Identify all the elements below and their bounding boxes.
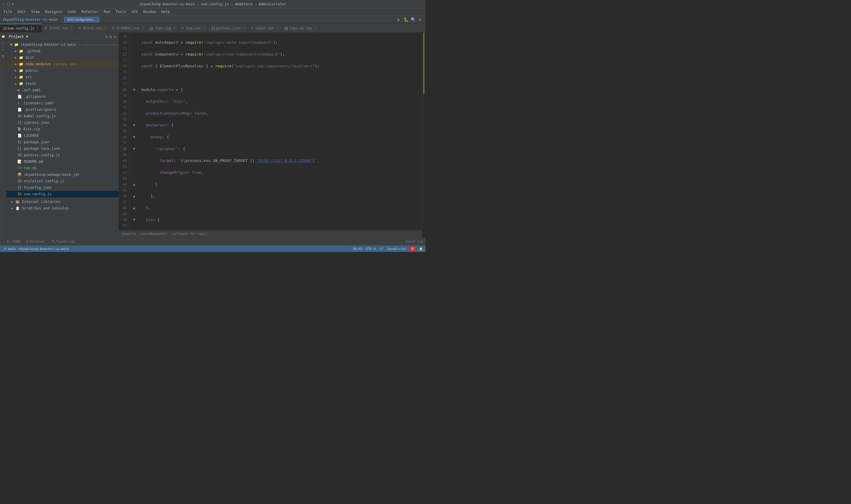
tree-src[interactable]: ▶ 📁 src xyxy=(6,74,119,80)
tab-layer-vue[interactable]: V Layer.vue ✕ xyxy=(248,24,282,33)
tree-external-libraries[interactable]: ▶ 📚 External Libraries xyxy=(6,199,119,205)
tree-stylelint[interactable]: JS stylelint.config.js xyxy=(6,178,119,184)
close-icon[interactable]: ✕ xyxy=(12,1,15,7)
settings-button[interactable]: ⚙ xyxy=(417,17,423,22)
menu-vcs[interactable]: VCS xyxy=(129,9,140,15)
tab-close-event[interactable]: ✕ xyxy=(70,26,72,30)
fold-27[interactable]: ▼ xyxy=(132,134,137,140)
run-button[interactable]: ▶ xyxy=(396,17,402,22)
menu-code[interactable]: Code xyxy=(65,9,78,15)
tree-cypress-json[interactable]: {} cypress.json xyxy=(6,119,119,126)
tree-postcss[interactable]: JS postcss.config.js xyxy=(6,152,119,158)
yaml-icon2: ⚙ xyxy=(17,101,19,105)
code-content[interactable]: const AutoImport = require("unplugin-aut… xyxy=(129,33,422,230)
tree-scratches-consoles[interactable]: ▶ 📋 Scratches and Consoles xyxy=(6,205,119,212)
fold-31[interactable]: ▲ xyxy=(132,181,137,187)
menu-file[interactable]: File xyxy=(1,9,15,15)
settings-icon[interactable]: ⚙ xyxy=(109,34,112,39)
add-configuration-button[interactable]: Add Configuration... xyxy=(64,17,99,22)
tab-close-logo-sw[interactable]: ✕ xyxy=(314,26,316,30)
tree-package-json[interactable]: {} package.json xyxy=(6,139,119,145)
code-line-24: outputDir: "dist", xyxy=(132,99,420,105)
tree-babel-config[interactable]: JS babel.config.js xyxy=(6,113,119,119)
menu-view[interactable]: View xyxy=(29,9,42,15)
json-file-icon: {} xyxy=(211,26,215,30)
tree-dist-zip[interactable]: 🗜 dist.zip xyxy=(6,126,119,132)
tab-alarm-vue[interactable]: V Alarm.vue ✕ xyxy=(76,24,109,33)
bc-chainwebpack[interactable]: chainWebpack() xyxy=(140,232,168,236)
typescript-tab[interactable]: TS TypeScript xyxy=(50,237,77,246)
tree-gitignore[interactable]: 📄 .gitignore xyxy=(6,93,119,100)
tree-webapp-jar[interactable]: 📦 skywalking-webapp-back.jar xyxy=(6,172,119,178)
debug-button[interactable]: 🐛 xyxy=(403,17,409,22)
menu-edit[interactable]: Edit xyxy=(15,9,29,15)
menu-navigate[interactable]: Navigate xyxy=(43,9,65,15)
tree-tsconfig[interactable]: {} tsconfig.json xyxy=(6,184,119,191)
code-area[interactable]: 19 20 21 22 23 24 25 26 27 28 29 30 31 3… xyxy=(119,33,422,230)
tab-logo-jpg[interactable]: 🖼 logo.jpg ✕ xyxy=(147,24,179,33)
todo-tab[interactable]: ✓ 6: TODO xyxy=(2,237,22,246)
menu-run[interactable]: Run xyxy=(101,9,113,15)
tree-dist[interactable]: ▶ 📁 dist xyxy=(6,54,119,61)
npm-icon[interactable]: N xyxy=(1,53,6,58)
chinese-indicator[interactable]: 中 xyxy=(410,246,415,251)
menu-refactor[interactable]: Refactor xyxy=(79,9,101,15)
tree-node-modules[interactable]: ▶ 📁 node_modules library root xyxy=(6,61,119,67)
tree-asf-yaml[interactable]: ⚙ .asf.yaml xyxy=(6,87,119,93)
cursor-position[interactable]: 38:42 xyxy=(352,247,362,251)
code-line-25: productionSourceMap: false, xyxy=(132,110,420,116)
menu-tools[interactable]: Tools xyxy=(113,9,129,15)
favorites-icon[interactable]: ★ xyxy=(1,47,6,52)
fold-34[interactable]: ▼ xyxy=(132,217,137,223)
menu-window[interactable]: Window xyxy=(141,9,158,15)
dist-expand-icon: ▶ xyxy=(15,56,17,60)
fold-28[interactable]: ▼ xyxy=(132,146,137,152)
tab-vue-config[interactable]: JS vue.config.js ✕ xyxy=(0,24,42,33)
hide-icon[interactable]: ✕ xyxy=(114,34,116,39)
fold-23[interactable]: ▼ xyxy=(132,87,137,93)
tree-tests[interactable]: ▶ 📁 tests xyxy=(6,80,119,87)
project-icon[interactable]: 📁 xyxy=(1,34,6,39)
right-gutter[interactable] xyxy=(422,33,426,237)
fold-19[interactable] xyxy=(132,40,137,46)
bc-callback[interactable]: callback for tap() xyxy=(172,232,207,236)
search-button[interactable]: 🔍 xyxy=(410,17,416,22)
collapse-all-icon[interactable]: ⊟ xyxy=(105,34,108,39)
tab-event-vue[interactable]: V Event.vue ✕ xyxy=(42,24,76,33)
tree-package-lock[interactable]: {} package-lock.json xyxy=(6,145,119,152)
bc-exports[interactable]: exports xyxy=(122,232,136,236)
menu-help[interactable]: Help xyxy=(159,9,172,15)
tree-run-sh[interactable]: SH run.sh xyxy=(6,165,119,172)
code-line-27: ▼ proxy: { xyxy=(132,134,420,140)
tree-licenserc[interactable]: ⚙ .licenserc.yaml xyxy=(6,100,119,106)
tab-package-json[interactable]: {} package.json ✕ xyxy=(208,24,248,33)
tab-sidebar-vue[interactable]: V SideBar.vue ✕ xyxy=(109,24,147,33)
tab-close-sidebar[interactable]: ✕ xyxy=(142,26,144,30)
tab-close-layer[interactable]: ✕ xyxy=(276,26,278,30)
event-log[interactable]: Event Log xyxy=(405,239,423,244)
fold-26[interactable]: ▼ xyxy=(132,122,137,128)
tree-public[interactable]: ▶ 📁 public xyxy=(6,67,119,74)
tab-close-package[interactable]: ✕ xyxy=(243,26,245,30)
tree-github[interactable]: ▶ 📁 .github xyxy=(6,48,119,54)
tab-logo-sw[interactable]: 🖼 logo-sw.jpg ✕ xyxy=(282,24,320,33)
tree-prettierignore[interactable]: 📄 .prettierignore xyxy=(6,106,119,113)
tab-close-vue-config[interactable]: ✕ xyxy=(37,26,39,30)
tree-vue-config[interactable]: JS vue.config.js xyxy=(6,191,119,197)
terminal-tab[interactable]: ⊡ Terminal xyxy=(25,237,47,246)
tree-readme[interactable]: 📝 README.md xyxy=(6,158,119,165)
tab-app-vue[interactable]: V App.vue ✕ xyxy=(179,24,208,33)
tree-root[interactable]: ▼ 📁 skywalking-booster-ui-main D:\worksp… xyxy=(6,41,119,48)
tab-close-alarm[interactable]: ✕ xyxy=(104,26,106,30)
tree-license[interactable]: 📄 LICENSE xyxy=(6,132,119,139)
structure-icon[interactable]: ⚡ xyxy=(1,40,6,46)
maximize-icon[interactable]: □ xyxy=(7,1,10,7)
tab-close-logo[interactable]: ✕ xyxy=(174,26,176,30)
minimize-icon[interactable]: ─ xyxy=(2,1,5,7)
toolbar-separator xyxy=(62,17,62,22)
fold-33[interactable]: ▲ xyxy=(132,205,137,211)
fold-32[interactable]: ▲ xyxy=(132,193,137,199)
tab-close-app[interactable]: ✕ xyxy=(203,26,205,30)
ts-icon: TS xyxy=(51,239,55,244)
git-branch[interactable]: ⎇ main xyxy=(2,247,16,251)
